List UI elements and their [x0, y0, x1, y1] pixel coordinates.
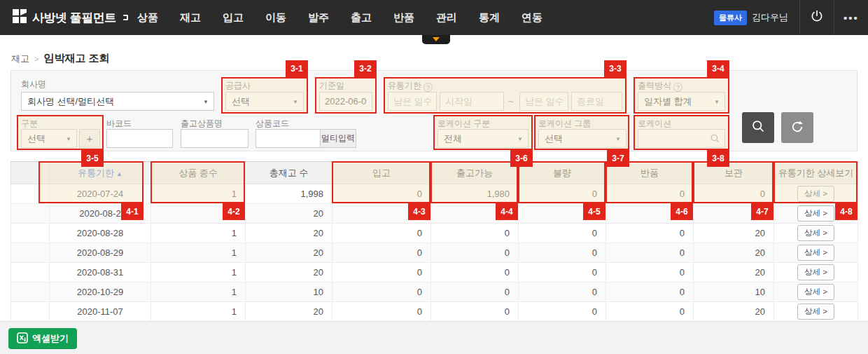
cell-shippable: 1,980: [431, 184, 519, 204]
barcode-input[interactable]: [106, 129, 173, 148]
expiry-days-end-input[interactable]: [519, 92, 568, 111]
cell-storage: 20: [694, 243, 774, 263]
menu-item-products[interactable]: 상품: [137, 11, 158, 25]
output-mode-label: 출력방식?: [638, 80, 682, 92]
cell-product-kinds: 1: [151, 282, 246, 302]
header-storage: 보관: [694, 162, 774, 184]
product-code-label: 상품코드: [255, 118, 289, 130]
header-product-kinds: 상품 종수: [151, 162, 246, 184]
detail-button[interactable]: 상세 >: [797, 225, 834, 241]
base-date-input[interactable]: [319, 92, 372, 111]
detail-button[interactable]: 상세 >: [797, 245, 834, 261]
cell-empty: [11, 243, 50, 263]
header-defective: 불량: [519, 162, 606, 184]
category-select[interactable]: 선택 ▼: [21, 129, 77, 148]
search-icon: [751, 119, 766, 136]
cell-product-kinds: 1: [151, 243, 246, 263]
category-select-value: 선택: [27, 132, 46, 145]
cell-returns: [606, 204, 694, 224]
product-name-input[interactable]: [181, 129, 248, 148]
cell-inbound: 0: [332, 184, 431, 204]
location-group-select-value: 선택: [545, 132, 563, 145]
more-dots-icon: •••: [844, 12, 859, 24]
logout-button[interactable]: [800, 0, 834, 35]
cell-defective: 0: [519, 224, 606, 243]
detail-button[interactable]: 상세 >: [797, 304, 834, 320]
expiry-start-date-input[interactable]: [440, 92, 504, 111]
navbar-right: 물류사 김다우님 •••: [714, 0, 868, 35]
help-icon[interactable]: ?: [424, 83, 433, 92]
excel-download-button[interactable]: 엑셀받기: [8, 328, 77, 349]
company-select[interactable]: 회사명 선택/멀티선택 ▼: [21, 92, 214, 111]
cell-expiry-date: 2020-08-29: [50, 243, 151, 263]
cell-returns: 0: [606, 302, 694, 322]
header-expiry-date[interactable]: 유통기한▲: [50, 162, 151, 184]
cell-total-stock: 20: [246, 302, 332, 322]
table-row: 2020-08-2 20 상세 >: [11, 204, 858, 224]
detail-button[interactable]: 상세 >: [797, 284, 834, 300]
location-type-select-value: 전체: [444, 132, 462, 145]
breadcrumb-separator: >: [34, 55, 38, 63]
main-menu: 상품 재고 입고 이동 발주 출고 반품 관리 통계 연동: [137, 0, 542, 35]
breadcrumb-section[interactable]: 재고: [11, 53, 29, 65]
cell-expiry-date: 2020-10-29: [50, 282, 151, 302]
search-button[interactable]: [742, 112, 774, 143]
detail-button[interactable]: 상세 >: [797, 264, 834, 280]
cell-expiry-date: 2020-11-07: [50, 302, 151, 322]
app-logo[interactable]: 사방넷 풀필먼트: [13, 0, 128, 35]
table-row: 2020-08-29 1 20 0 0 0 0 20 상세 >: [11, 243, 858, 263]
expiry-end-date-input[interactable]: [571, 92, 622, 111]
location-group-select[interactable]: 선택 ▼: [538, 129, 626, 148]
chevron-down-icon: ▼: [66, 135, 71, 142]
help-icon[interactable]: ?: [673, 83, 682, 92]
sort-asc-icon: ▲: [116, 170, 122, 177]
table-row: 2020-10-29 1 10 0 0 0 0 10 상세 >: [11, 282, 858, 302]
header-expiry-date-text: 유통기한: [78, 168, 114, 178]
product-name-label: 출고상품명: [181, 118, 223, 130]
cell-shippable: 0: [431, 302, 519, 322]
company-select-value: 회사명 선택/멀티선택: [27, 95, 114, 108]
cell-total-stock: 20: [246, 263, 332, 282]
menu-item-inventory[interactable]: 재고: [180, 11, 201, 25]
product-code-input[interactable]: [255, 129, 321, 148]
location-type-select[interactable]: 전체 ▼: [438, 129, 528, 148]
cell-defective: 0: [519, 282, 606, 302]
location-type-label: 로케이션 구분: [438, 118, 490, 130]
menu-item-stats[interactable]: 통계: [479, 11, 500, 25]
menu-item-integration[interactable]: 연동: [522, 11, 542, 25]
table-header-row: 유통기한▲ 상품 종수 총재고 수 입고 출고가능 불량 반품 보관 유통기한 …: [11, 162, 858, 184]
detail-button[interactable]: 상세 >: [797, 205, 834, 222]
menu-item-order[interactable]: 발주: [308, 11, 329, 25]
cell-product-kinds: [151, 204, 246, 224]
cell-defective: 0: [519, 263, 606, 282]
menu-item-admin[interactable]: 관리: [436, 11, 457, 25]
menu-item-returns[interactable]: 반품: [393, 11, 414, 25]
chevron-down-icon: ▼: [615, 135, 621, 142]
cell-expiry-date: 2020-08-31: [50, 263, 151, 282]
expiry-days-start-input[interactable]: [388, 92, 437, 111]
refresh-button[interactable]: [781, 112, 813, 143]
more-menu-button[interactable]: •••: [834, 0, 868, 35]
location-search-icon[interactable]: [710, 133, 720, 147]
user-role-badge: 물류사: [714, 11, 747, 25]
cell-expiry-date: 2020-08-28: [50, 224, 151, 243]
menu-item-inbound[interactable]: 입고: [223, 11, 244, 25]
supplier-select-value: 선택: [232, 95, 250, 108]
cell-product-kinds: 1: [151, 184, 246, 204]
breadcrumb: 재고 > 임박재고 조회: [11, 52, 110, 65]
cell-detail: 상세 >: [774, 184, 858, 204]
detail-button[interactable]: 상세 >: [797, 186, 834, 202]
category-add-button[interactable]: +: [79, 129, 100, 148]
footer-band: [0, 321, 868, 354]
multi-input-button[interactable]: 멀티입력: [320, 129, 356, 148]
menu-item-move[interactable]: 이동: [265, 11, 286, 25]
cell-defective: [519, 204, 606, 224]
supplier-select[interactable]: 선택 ▼: [225, 92, 304, 111]
menu-item-outbound[interactable]: 출고: [351, 11, 372, 25]
chevron-down-icon: ▼: [293, 98, 298, 104]
barcode-label: 바코드: [106, 118, 132, 130]
cell-expiry-date: 2020-07-24: [50, 184, 151, 204]
menu-expand-tab[interactable]: [422, 35, 450, 44]
output-mode-select[interactable]: 일자별 합계 ▼: [638, 92, 725, 111]
cell-defective: 0: [519, 243, 606, 263]
